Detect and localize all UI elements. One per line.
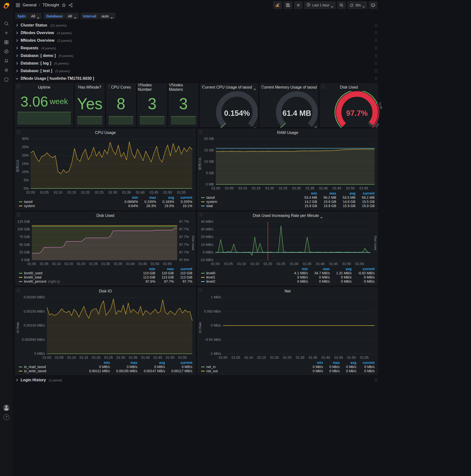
breadcrumb-folder[interactable]: General xyxy=(23,3,36,7)
disk-used-chart[interactable] xyxy=(16,219,191,267)
panel-title[interactable]: Disk IO xyxy=(16,288,195,295)
row-drag-handle[interactable] xyxy=(374,69,378,73)
legend-header[interactable]: current xyxy=(356,361,375,365)
legend-header[interactable]: min xyxy=(143,267,155,271)
panel-title[interactable]: Uptime xyxy=(16,84,73,91)
net-chart[interactable] xyxy=(202,295,378,360)
panel-title[interactable]: Net xyxy=(198,288,378,295)
dashboard-row-dnode-usage[interactable]: DNode Usage [ huolinhe-TM1701:6030 ] xyxy=(15,75,378,82)
legend-header[interactable]: max xyxy=(143,196,156,200)
alerting-bell-icon[interactable] xyxy=(2,58,11,64)
variable-label[interactable]: fqdn xyxy=(15,13,28,19)
legend-header[interactable]: current xyxy=(174,267,192,271)
variable-value-dropdown[interactable]: All xyxy=(29,13,42,19)
row-drag-handle[interactable] xyxy=(374,77,378,81)
legend-header[interactable]: min xyxy=(126,196,138,200)
legend-header[interactable]: current xyxy=(174,196,192,200)
legend-header[interactable]: min xyxy=(311,361,323,365)
dashboard-row-mnodes-overview[interactable]: MNodes Overview (2 panels) xyxy=(15,37,378,44)
explore-compass-icon[interactable] xyxy=(2,49,11,54)
panel-info-icon[interactable]: i xyxy=(17,130,20,134)
admin-shield-icon[interactable] xyxy=(2,77,11,83)
panel-title[interactable]: RAM Usage xyxy=(198,129,378,136)
refresh-button[interactable]: 30s xyxy=(348,1,367,9)
panel-title[interactable]: CPU Usage xyxy=(16,129,195,136)
disk-io-chart[interactable] xyxy=(20,295,195,360)
dashboard-row-requests[interactable]: Requests (4 panels) xyxy=(15,45,378,51)
row-drag-handle[interactable] xyxy=(374,378,378,382)
legend-series[interactable]: level0_percent(right-y) xyxy=(19,279,137,283)
cpu-usage-chart[interactable] xyxy=(20,136,195,195)
legend-header[interactable]: max xyxy=(160,267,174,271)
legend-series[interactable]: total xyxy=(201,204,298,208)
user-avatar[interactable] xyxy=(3,404,10,411)
zoom-out-button[interactable] xyxy=(337,1,346,9)
panel-info-icon[interactable]: i xyxy=(17,85,20,88)
legend-series[interactable]: net_in xyxy=(201,365,306,369)
tv-mode-button[interactable] xyxy=(369,1,377,9)
panel-info-icon[interactable]: i xyxy=(139,85,143,88)
panel-title[interactable]: Disk Used Increasing Rate per Minute xyxy=(198,212,378,219)
panel-info-icon[interactable]: i xyxy=(321,85,325,88)
legend-series[interactable]: io_read_taosd xyxy=(19,365,83,369)
search-icon[interactable] xyxy=(2,21,11,27)
share-icon[interactable] xyxy=(68,3,73,7)
panel-info-icon[interactable]: i xyxy=(202,85,205,88)
panel-title[interactable]: Current CPU Usage of taosd xyxy=(200,84,258,91)
disk-rate-chart[interactable] xyxy=(198,219,373,267)
panel-info-icon[interactable]: i xyxy=(108,85,111,88)
dashboard-row-database-demo[interactable]: Database: [ demo ] (5 panels) xyxy=(15,52,378,59)
legend-series[interactable]: net_out xyxy=(201,369,306,373)
panel-info-icon[interactable]: i xyxy=(261,85,265,88)
legend-header[interactable]: avg xyxy=(153,361,165,365)
legend-series[interactable]: system xyxy=(201,200,298,204)
variable-label[interactable]: Interval xyxy=(81,13,99,19)
legend-series[interactable]: level2 xyxy=(201,279,287,283)
legend-series[interactable]: taosd xyxy=(19,200,118,204)
legend-header[interactable]: avg xyxy=(162,196,174,200)
star-icon[interactable] xyxy=(62,3,66,7)
create-plus-icon[interactable] xyxy=(2,30,11,36)
legend-header[interactable]: avg xyxy=(344,361,356,365)
panel-info-icon[interactable]: i xyxy=(17,213,20,217)
row-drag-handle[interactable] xyxy=(374,46,378,50)
variable-value-dropdown[interactable]: auto xyxy=(99,13,115,19)
legend-header[interactable]: max xyxy=(326,361,340,365)
panel-menu-caret-icon[interactable] xyxy=(254,87,256,88)
legend-series[interactable]: taosd xyxy=(201,196,298,200)
panel-info-icon[interactable]: i xyxy=(199,289,202,292)
legend-header[interactable]: max xyxy=(317,267,330,271)
ram-usage-chart[interactable] xyxy=(202,136,378,191)
legend-header[interactable]: avg xyxy=(339,267,352,271)
legend-header[interactable]: min xyxy=(305,191,317,195)
save-dashboard-button[interactable] xyxy=(284,1,292,9)
panel-title[interactable]: Disk Used xyxy=(16,212,195,219)
legend-header[interactable]: max xyxy=(323,191,336,195)
dashboard-row-dnodes-overview[interactable]: DNodes Overview (4 panels) xyxy=(15,30,378,36)
legend-series[interactable]: level0_used xyxy=(19,271,137,275)
legend-header[interactable]: current xyxy=(174,361,192,365)
legend-header[interactable]: min xyxy=(295,267,308,271)
legend-series[interactable]: level1 xyxy=(201,275,287,279)
row-drag-handle[interactable] xyxy=(374,61,378,65)
dashboards-icon[interactable] xyxy=(2,39,11,45)
panel-info-icon[interactable]: i xyxy=(17,289,20,292)
legend-header[interactable]: min xyxy=(97,361,110,365)
panel-info-icon[interactable]: i xyxy=(199,213,202,217)
panel-title[interactable]: Current Memory Usage of taosd xyxy=(260,84,318,91)
configuration-gear-icon[interactable] xyxy=(2,67,11,73)
dashboard-row-database-log[interactable]: Database: [ log ] (5 panels) xyxy=(15,60,378,67)
legend-series[interactable]: system xyxy=(19,204,118,208)
row-drag-handle[interactable] xyxy=(374,23,378,27)
dashboard-row-cluster-status[interactable]: Cluster Status (21 panels) xyxy=(15,22,378,29)
legend-header[interactable]: max xyxy=(124,361,137,365)
breadcrumb-dashboard[interactable]: TDinsight xyxy=(42,3,59,7)
panel-info-icon[interactable]: i xyxy=(199,130,202,134)
legend-series[interactable]: io_write_taosd xyxy=(19,369,83,373)
legend-header[interactable]: avg xyxy=(343,191,355,195)
row-drag-handle[interactable] xyxy=(374,38,378,42)
panel-info-icon[interactable]: i xyxy=(170,85,174,88)
legend-header[interactable]: current xyxy=(356,191,375,195)
add-panel-button[interactable] xyxy=(273,1,282,9)
variable-value-dropdown[interactable]: All xyxy=(66,13,79,19)
